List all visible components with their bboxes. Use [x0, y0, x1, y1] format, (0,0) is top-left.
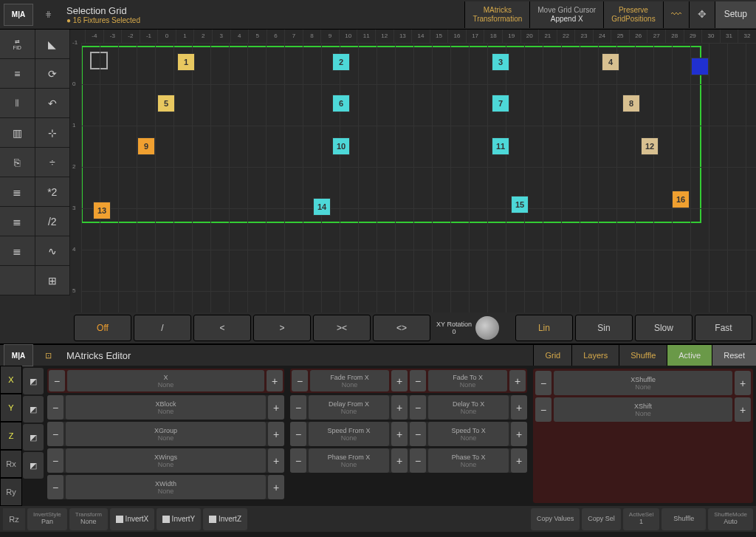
plus-button[interactable]: + [268, 475, 284, 499]
plus-button[interactable]: + [267, 370, 283, 391]
lin-button[interactable]: Lin [515, 315, 573, 341]
out-button[interactable]: <> [373, 315, 430, 341]
fixture-10[interactable]: 10 [332, 137, 350, 155]
div2-tool[interactable]: /2 [35, 207, 71, 236]
edit-toggle-0[interactable]: ◩ [23, 368, 44, 394]
fid-tool[interactable]: ⇄FID [0, 30, 35, 58]
in-button[interactable]: >< [313, 315, 371, 341]
sin-button[interactable]: Sin [575, 315, 633, 341]
grid-box-tool[interactable]: ▥ [0, 118, 35, 147]
move-icon[interactable]: ✥ [689, 1, 715, 28]
plus-button[interactable]: + [735, 371, 751, 395]
plus-button[interactable]: + [735, 397, 751, 422]
minus-button[interactable]: − [410, 395, 426, 420]
plus-button[interactable]: + [268, 422, 284, 446]
bars-tool[interactable]: ⫴ [0, 89, 35, 117]
prop-XBlock[interactable]: XBlockNone [66, 395, 266, 420]
slash-button[interactable]: / [134, 315, 191, 341]
rotation-dial[interactable] [475, 316, 499, 340]
plus-button[interactable]: + [391, 370, 408, 391]
fixture-13[interactable]: 13 [93, 202, 111, 219]
minus-button[interactable]: − [292, 370, 308, 391]
matricks-transformation-button[interactable]: MAtricks Transformation [464, 1, 529, 28]
less-button[interactable]: < [193, 315, 251, 341]
exit-tool[interactable]: ⎘ [0, 148, 35, 177]
copy-values-button[interactable]: Copy Values [531, 508, 580, 530]
fixture-12[interactable]: 12 [641, 137, 659, 155]
prop-XShuffle[interactable]: XShuffleNone [554, 371, 732, 395]
refresh-tool[interactable]: ⟳ [35, 59, 71, 88]
minus-button[interactable]: − [47, 475, 63, 499]
minus-button[interactable]: − [410, 448, 426, 473]
lines-tool[interactable]: ≡ [0, 59, 35, 88]
move-grid-cursor-button[interactable]: Move Grid Cursor Append X [529, 1, 603, 28]
prop-Delay From X[interactable]: Delay From XNone [309, 395, 389, 420]
selection-grid-canvas[interactable]: -4-3-2-101234567891011121314151617181920… [70, 30, 756, 343]
wave-tool[interactable]: ∿ [35, 236, 71, 265]
minus-button[interactable]: − [535, 397, 551, 422]
prop-Speed From X[interactable]: Speed From XNone [309, 422, 389, 446]
plus-button[interactable]: + [391, 395, 408, 420]
prop-X[interactable]: XNone [67, 370, 264, 391]
fixture-1[interactable]: 1 [177, 53, 195, 71]
end-marker[interactable] [691, 58, 709, 75]
tab-active[interactable]: Active [667, 345, 712, 366]
minus-button[interactable]: − [47, 448, 63, 473]
minus-button[interactable]: − [290, 448, 306, 473]
rz-axis[interactable]: Rz [3, 508, 25, 530]
prop-Delay To X[interactable]: Delay To XNone [428, 395, 509, 420]
fixture-11[interactable]: 11 [492, 137, 509, 155]
invertstyle-button[interactable]: InvertStylePan [27, 508, 67, 530]
copy-sel-button[interactable]: Copy Sel [582, 508, 621, 530]
prop-XWidth[interactable]: XWidthNone [66, 475, 266, 499]
axis-rx[interactable]: Rx [0, 450, 22, 478]
minus-button[interactable]: − [49, 370, 65, 391]
edit-toggle-2[interactable]: ◩ [23, 424, 44, 451]
divide-tool[interactable]: ÷ [35, 148, 71, 177]
prop-Fade From X[interactable]: Fade From XNone [310, 370, 389, 391]
shufflemode-button[interactable]: ShuffleModeAuto [708, 508, 753, 530]
axis-x[interactable]: X [0, 366, 22, 394]
fixture-7[interactable]: 7 [492, 95, 509, 112]
transform-button[interactable]: TransformNone [69, 508, 108, 530]
center-h-tool[interactable]: ⊹ [35, 118, 71, 147]
axis-ry[interactable]: Ry [0, 478, 22, 506]
minus-button[interactable]: − [47, 395, 63, 420]
plus-button[interactable]: + [509, 370, 526, 391]
minus-button[interactable]: − [47, 422, 63, 446]
xy-rotation-control[interactable]: XY Rotation0 [433, 316, 513, 340]
fixture-14[interactable]: 14 [313, 198, 331, 216]
activesel-button[interactable]: ActiveSel1 [623, 508, 659, 530]
tab-reset[interactable]: Reset [712, 345, 756, 366]
minus-button[interactable]: − [290, 422, 306, 446]
ma-logo-2[interactable]: M|A [4, 344, 33, 366]
axis-z[interactable]: Z [0, 422, 22, 450]
plus-button[interactable]: + [391, 422, 408, 446]
prop-XGroup[interactable]: XGroupNone [66, 422, 266, 446]
align3-tool[interactable]: ≣ [0, 236, 35, 265]
grid-cursor[interactable] [90, 52, 108, 69]
align2-tool[interactable]: ≣ [0, 207, 35, 236]
fixture-8[interactable]: 8 [622, 95, 640, 112]
prop-XShift[interactable]: XShiftNone [554, 397, 732, 422]
setup-button[interactable]: Setup [715, 1, 756, 28]
invertx-check[interactable]: InvertX [110, 508, 154, 530]
prop-XWings[interactable]: XWingsNone [66, 448, 266, 473]
fixture-4[interactable]: 4 [602, 53, 619, 71]
slow-button[interactable]: Slow [635, 315, 693, 341]
fast-button[interactable]: Fast [695, 315, 752, 341]
prop-Fade To X[interactable]: Fade To XNone [428, 370, 507, 391]
minus-button[interactable]: − [535, 371, 551, 395]
fixture-16[interactable]: 16 [672, 191, 690, 208]
edit-toggle-3[interactable]: ◩ [23, 452, 44, 479]
inverty-check[interactable]: InvertY [157, 508, 201, 530]
off-button[interactable]: Off [74, 315, 131, 341]
tab-shuffle[interactable]: Shuffle [619, 345, 667, 366]
align1-tool[interactable]: ≣ [0, 177, 35, 206]
editor-icon[interactable]: ⊡ [37, 344, 59, 366]
plus-button[interactable]: + [511, 448, 527, 473]
tab-layers[interactable]: Layers [571, 345, 619, 366]
wave-icon[interactable]: 〰 [663, 1, 689, 28]
shuffle-button[interactable]: Shuffle [662, 508, 706, 530]
fixture-6[interactable]: 6 [332, 95, 350, 112]
